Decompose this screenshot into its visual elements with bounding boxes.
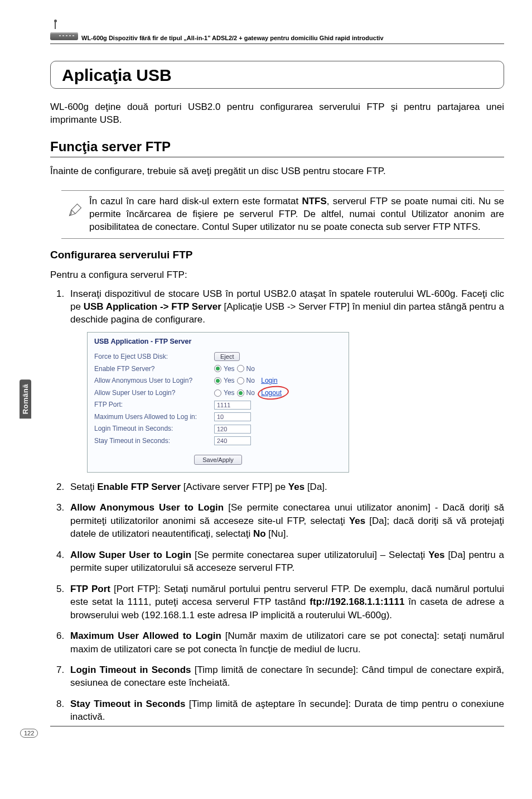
step-6: Maximum User Allowed to Login [Număr max… bbox=[67, 629, 504, 656]
pencil-icon bbox=[61, 195, 89, 220]
ss-label-super: Allow Super User to Login? bbox=[94, 388, 214, 398]
language-tab: Română bbox=[20, 379, 31, 418]
step-3: Allow Anonymous User to Login [Se permit… bbox=[67, 501, 504, 540]
login-link[interactable]: Login bbox=[261, 376, 277, 386]
step-1: Inseraţi dispozitivul de stocare USB în … bbox=[67, 287, 504, 473]
step-5: FTP Port [Port FTP]: Setaţi numărul port… bbox=[67, 583, 504, 622]
ss-label-enable: Enable FTP Server? bbox=[94, 364, 214, 374]
radio-super-no[interactable] bbox=[237, 389, 244, 397]
logout-link[interactable]: Logout bbox=[261, 389, 282, 397]
ftp-port-input[interactable] bbox=[214, 401, 251, 410]
subsection-heading: Configurarea serverului FTP bbox=[50, 249, 504, 261]
stay-timeout-input[interactable] bbox=[214, 436, 251, 445]
section-heading: Funcţia server FTP bbox=[50, 139, 504, 155]
note-block: În cazul în care hard disk-ul extern est… bbox=[61, 190, 504, 239]
router-icon bbox=[50, 28, 81, 41]
ss-label-max: Maximum Users Allowed to Log in: bbox=[94, 412, 214, 422]
radio-anon-no[interactable] bbox=[237, 377, 244, 384]
page-number: 122 bbox=[20, 729, 38, 738]
ss-label-force: Force to Eject USB Disk: bbox=[94, 352, 214, 362]
intro-paragraph: WL-600g deţine două porturi USB2.0 pentr… bbox=[50, 101, 504, 127]
eject-button[interactable]: Eject bbox=[214, 352, 240, 361]
save-apply-button[interactable]: Save/Apply bbox=[194, 455, 242, 465]
ss-label-anon: Allow Anonymous User to Login? bbox=[94, 376, 214, 386]
step-2: Setaţi Enable FTP Server [Activare serve… bbox=[67, 480, 504, 493]
radio-anon-yes[interactable] bbox=[214, 377, 221, 384]
screenshot-panel: USB Application - FTP Server Force to Ej… bbox=[87, 332, 349, 473]
ss-label-port: FTP Port: bbox=[94, 400, 214, 410]
section-sub: Înainte de configurare, trebuie să aveţi… bbox=[50, 165, 504, 178]
doc-header: WL-600g Dispozitiv fără fir de tipul „Al… bbox=[50, 28, 504, 44]
radio-enable-no[interactable] bbox=[237, 365, 244, 372]
note-text: În cazul în care hard disk-ul extern est… bbox=[89, 195, 504, 234]
radio-super-yes[interactable] bbox=[214, 389, 221, 397]
page-title: Aplicaţia USB bbox=[62, 66, 492, 85]
ss-title: USB Application - FTP Server bbox=[94, 337, 342, 346]
login-timeout-input[interactable] bbox=[214, 425, 251, 434]
title-box: Aplicaţia USB bbox=[50, 61, 504, 89]
step-8: Stay Timeout in Seconds [Timp limită de … bbox=[67, 697, 504, 724]
footer-divider bbox=[50, 726, 504, 726]
header-text: WL-600g Dispozitiv fără fir de tipul „Al… bbox=[81, 35, 384, 41]
ss-label-stayto: Stay Timeout in Seconds: bbox=[94, 436, 214, 446]
step-4: Allow Super User to Login [Se permite co… bbox=[67, 548, 504, 575]
divider bbox=[50, 157, 504, 157]
radio-enable-yes[interactable] bbox=[214, 365, 221, 372]
step-7: Login Timeout in Seconds [Timp limită de… bbox=[67, 663, 504, 690]
ss-label-loginto: Login Timeout in Seconds: bbox=[94, 424, 214, 434]
max-users-input[interactable] bbox=[214, 412, 251, 421]
ol-intro: Pentru a configura serverul FTP: bbox=[50, 269, 504, 282]
